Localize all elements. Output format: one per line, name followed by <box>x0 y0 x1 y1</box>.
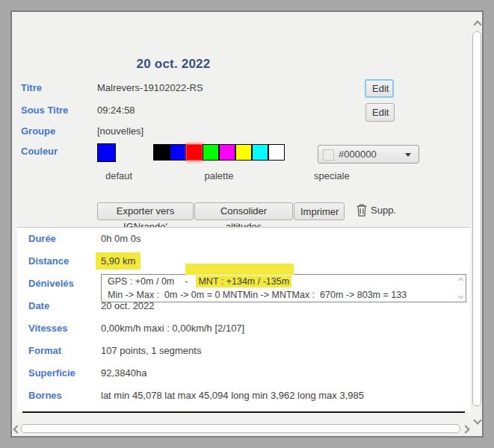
palette-color-swatch[interactable] <box>170 144 186 161</box>
date-value: 20 oct. 2022 <box>101 300 155 311</box>
trash-icon[interactable] <box>356 203 368 218</box>
color-palette <box>153 144 285 161</box>
deniveles-line1: GPS : +0m / 0m-MNT : +134m / -135m <box>108 276 291 287</box>
format-label: Format <box>28 345 61 356</box>
dialog-title-date: 20 oct. 2022 <box>12 57 335 72</box>
speciale-color-dropdown[interactable]: #000000 <box>318 145 419 164</box>
speciale-caption: speciale <box>314 170 350 181</box>
chevron-down-icon <box>405 153 411 157</box>
distance-label: Distance <box>28 255 69 267</box>
palette-color-swatch[interactable] <box>203 144 219 161</box>
titre-value: Malrevers-19102022-RS <box>97 82 203 93</box>
scrollbar-down-arrow[interactable] <box>473 416 481 424</box>
export-ignrando-button[interactable]: Exporter vers IGNrando' <box>97 202 194 220</box>
palette-color-swatch[interactable] <box>268 144 285 161</box>
imprimer-button[interactable]: Imprimer <box>294 202 345 220</box>
horizontal-scrollbar-thumb[interactable] <box>21 424 460 433</box>
bornes-value: lat min 45,078 lat max 45,094 long min 3… <box>101 390 364 401</box>
palette-caption: palette <box>153 170 285 181</box>
format-value: 107 points, 1 segments <box>101 345 201 356</box>
chevron-up-icon[interactable] <box>458 278 463 283</box>
consolider-altitudes-button[interactable]: Consolider altitudes <box>194 202 293 220</box>
scrollbar-left-arrow[interactable] <box>13 425 21 433</box>
default-caption: defaut <box>92 170 146 181</box>
speciale-color-preview <box>323 149 334 161</box>
duree-label: Durée <box>28 233 56 244</box>
deniveles-label: Dénivelés <box>28 278 74 289</box>
stats-panel: Durée 0h 0m 0s Distance 5,90 km Dénivelé… <box>17 227 470 412</box>
bornes-label: Bornes <box>28 390 62 401</box>
vitesses-value: 0,00km/h maxi : 0,00km/h [2/107] <box>101 323 244 334</box>
sous-titre-edit-button[interactable]: Edit <box>365 103 395 122</box>
groupe-label: Groupe <box>21 125 55 137</box>
speciale-color-value: #000000 <box>339 149 377 160</box>
superficie-value: 92,3840ha <box>101 367 146 379</box>
deniveles-line2: Min -> Max : 0m -> 0m = 0 MNTMin -> MNTM… <box>108 290 407 300</box>
default-color-swatch[interactable] <box>97 143 116 162</box>
vitesses-label: Vitesses <box>28 323 68 334</box>
sous-titre-value: 09:24:58 <box>97 105 135 116</box>
chevron-down-icon[interactable] <box>458 293 463 299</box>
superficie-label: Superficie <box>28 367 75 379</box>
supp-label[interactable]: Supp. <box>371 205 396 216</box>
track-properties-dialog: 20 oct. 2022 Titre Malrevers-19102022-RS… <box>10 10 484 438</box>
date-label: Date <box>28 300 49 311</box>
scrollbar-up-arrow[interactable] <box>473 20 481 28</box>
section-divider <box>22 411 465 413</box>
mnt-highlight: MNT : +134m / -135m <box>196 276 291 287</box>
palette-color-swatch[interactable] <box>219 144 235 161</box>
palette-color-swatch-selected[interactable] <box>186 144 203 161</box>
deniveles-textbox[interactable]: GPS : +0m / 0m-MNT : +134m / -135m Min -… <box>101 274 466 302</box>
highlight-overlay <box>185 264 294 275</box>
sous-titre-label: Sous Titre <box>21 105 68 116</box>
titre-edit-button[interactable]: Edit <box>365 79 394 98</box>
palette-color-swatch[interactable] <box>235 144 252 161</box>
distance-value: 5,90 km <box>101 255 141 270</box>
palette-color-swatch[interactable] <box>153 144 170 161</box>
distance-highlight: 5,90 km <box>96 252 141 270</box>
couleur-label: Couleur <box>21 146 58 157</box>
vertical-scrollbar-thumb[interactable] <box>472 31 481 406</box>
scrollbar-right-arrow[interactable] <box>461 425 469 433</box>
palette-color-swatch[interactable] <box>252 144 268 161</box>
duree-value: 0h 0m 0s <box>101 233 141 244</box>
titre-label: Titre <box>21 82 42 93</box>
groupe-value: [nouvelles] <box>97 125 143 137</box>
